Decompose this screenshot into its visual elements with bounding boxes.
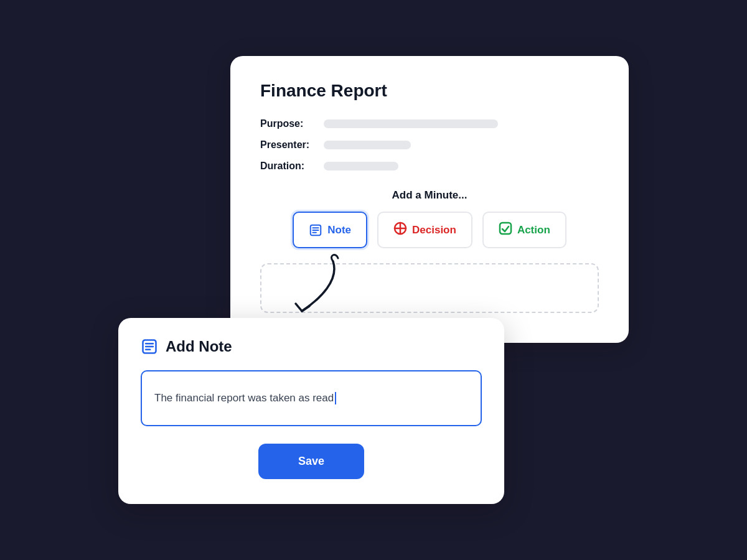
presenter-label: Presenter: (260, 139, 316, 151)
purpose-row: Purpose: (260, 118, 599, 129)
note-button-label: Note (327, 224, 351, 236)
add-note-card: Add Note The financial report was taken … (118, 318, 504, 504)
purpose-bar (324, 119, 498, 128)
duration-label: Duration: (260, 161, 316, 172)
arrow-annotation (283, 249, 358, 324)
note-input-value: The financial report was taken as read (154, 392, 334, 404)
presenter-bar (324, 141, 411, 149)
note-input-display[interactable]: The financial report was taken as read (141, 370, 482, 426)
note-button[interactable]: Note (293, 212, 367, 248)
decision-icon (393, 222, 407, 238)
decision-button-label: Decision (412, 224, 456, 236)
presenter-row: Presenter: (260, 139, 599, 151)
duration-bar (324, 162, 398, 170)
action-icon (499, 222, 512, 238)
decision-button[interactable]: Decision (377, 212, 472, 248)
add-note-header: Add Note (141, 338, 482, 355)
minute-buttons: Note Decision (260, 212, 599, 248)
duration-row: Duration: (260, 161, 599, 172)
text-cursor (335, 392, 336, 404)
add-note-title: Add Note (166, 338, 232, 355)
action-button-label: Action (517, 224, 550, 236)
add-note-icon (141, 338, 158, 355)
save-button[interactable]: Save (258, 444, 364, 479)
finance-card-title: Finance Report (260, 81, 599, 101)
note-icon (309, 223, 322, 237)
purpose-label: Purpose: (260, 118, 316, 129)
action-button[interactable]: Action (482, 212, 566, 248)
svg-rect-7 (500, 223, 511, 234)
add-minute-label: Add a Minute... (260, 189, 599, 202)
